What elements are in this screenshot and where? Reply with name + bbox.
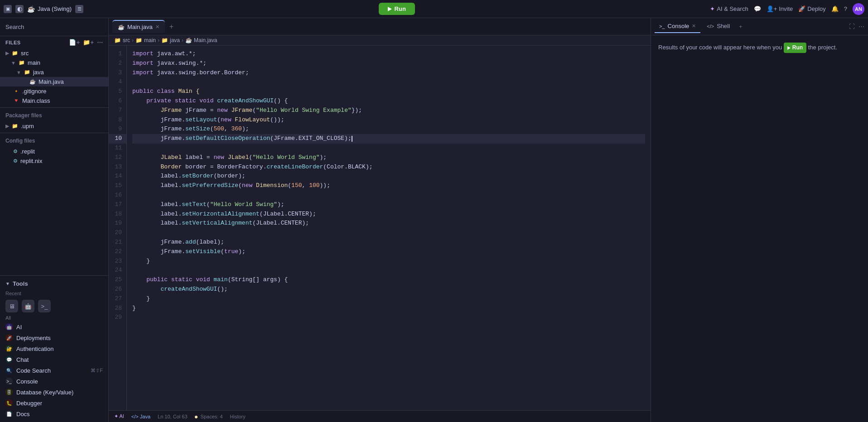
sidebar-files-section: Files 📄+ 📁+ ⋯ ▶ 📁 src ▼ 📁 main ▼ � bbox=[0, 36, 108, 275]
recent-ai-tool[interactable]: 🤖 bbox=[22, 300, 34, 312]
tree-item-java-folder[interactable]: ▼ 📁 java bbox=[0, 67, 108, 77]
line-number-5: 5 bbox=[109, 87, 126, 96]
deploy-button[interactable]: 🚀 Deploy bbox=[798, 5, 825, 12]
position-status: Ln 10, Col 63 bbox=[158, 414, 187, 419]
avatar[interactable]: AN bbox=[853, 3, 864, 15]
tree-item-main-folder[interactable]: ▼ 📁 main bbox=[0, 58, 108, 67]
code-line-9: jFrame.setSize(500, 360); bbox=[132, 125, 645, 134]
chevron-down-icon: ▼ bbox=[5, 281, 10, 286]
folder-icon: 📁 bbox=[24, 69, 30, 75]
recent-shell-tool[interactable]: >_ bbox=[38, 300, 51, 312]
java-file-tab-icon: ☕ bbox=[118, 24, 125, 30]
editor-status-bar: ✦ AI </> Java Ln 10, Col 63 Spaces: 4 Hi… bbox=[109, 410, 651, 422]
tree-item-replit[interactable]: ⚙ .replit bbox=[0, 147, 108, 156]
code-line-15: label.setPreferredSize(new Dimension(150… bbox=[132, 181, 645, 191]
search-label[interactable]: Search bbox=[5, 22, 103, 32]
invite-button[interactable]: 👤+ Invite bbox=[767, 5, 793, 12]
layout-icon[interactable]: ☰ bbox=[75, 5, 83, 13]
run-button[interactable]: Run bbox=[379, 3, 415, 15]
history-status[interactable]: History bbox=[230, 414, 246, 419]
breadcrumb-icon-file: ☕ bbox=[185, 37, 192, 43]
breadcrumb-icon-src: 📁 bbox=[114, 37, 121, 43]
tab-shell[interactable]: </> Shell bbox=[702, 20, 734, 33]
tree-item-main-class[interactable]: 🔻 Main.class bbox=[0, 96, 108, 106]
theme-icon[interactable]: ◐ bbox=[15, 5, 24, 13]
console-tab-icon: >_ bbox=[659, 24, 665, 29]
code-line-29 bbox=[132, 313, 645, 322]
console-output: Results of your code will appear here wh… bbox=[651, 35, 868, 422]
line-number-13: 13 bbox=[109, 163, 126, 172]
tree-item-upm[interactable]: ▶ 📁 .upm bbox=[0, 121, 108, 131]
topbar-right: ✦ AI & Search 💬 👤+ Invite 🚀 Deploy 🔔 ? A… bbox=[710, 3, 864, 15]
java-file-icon: ☕ bbox=[29, 79, 36, 85]
code-content[interactable]: import java.awt.*;import javax.swing.*;i… bbox=[127, 46, 651, 410]
ai-search-button[interactable]: ✦ AI & Search bbox=[710, 5, 748, 12]
run-inline-triangle-icon bbox=[787, 46, 791, 50]
code-search-shortcut: ⌘⇧F bbox=[91, 368, 103, 374]
folder-icon: 📁 bbox=[19, 60, 25, 66]
help-button[interactable]: ? bbox=[844, 5, 847, 12]
expand-icon[interactable]: ⛶ bbox=[849, 23, 855, 30]
tool-deployments[interactable]: 🚀 Deployments bbox=[0, 332, 108, 343]
tree-item-src[interactable]: ▶ 📁 src bbox=[0, 48, 108, 58]
new-folder-icon[interactable]: 📁+ bbox=[83, 39, 94, 46]
code-line-17: label.setText("Hello World Swing"); bbox=[132, 200, 645, 210]
ai-status[interactable]: ✦ AI bbox=[114, 413, 124, 419]
sidebar-divider-1 bbox=[0, 107, 108, 108]
tab-console[interactable]: >_ Console ✕ bbox=[655, 20, 700, 33]
tool-authentication[interactable]: 🔐 Authentication bbox=[0, 343, 108, 354]
sidebar-divider-2 bbox=[0, 133, 108, 133]
new-tab-button[interactable]: + bbox=[167, 23, 176, 31]
tool-ai[interactable]: 🤖 AI bbox=[0, 321, 108, 332]
tab-close-icon[interactable]: ✕ bbox=[155, 24, 159, 30]
tree-item-gitignore[interactable]: 🔸 .gitignore bbox=[0, 86, 108, 96]
line-number-25: 25 bbox=[109, 275, 126, 285]
notifications-button[interactable]: 🔔 bbox=[831, 5, 839, 12]
recent-desktop-tool[interactable]: 🖥 bbox=[5, 300, 18, 312]
breadcrumb-icon-java: 📁 bbox=[161, 37, 168, 43]
code-line-26: createAndShowGUI(); bbox=[132, 285, 645, 294]
tree-item-main-java[interactable]: ☕ Main.java bbox=[0, 77, 108, 86]
topbar: ▣ ◐ ☕ Java (Swing) ☰ Run ✦ AI & Search 💬… bbox=[0, 0, 868, 18]
tool-docs[interactable]: 📄 Docs bbox=[0, 408, 108, 419]
line-number-26: 26 bbox=[109, 285, 126, 294]
line-number-21: 21 bbox=[109, 238, 126, 247]
tool-database[interactable]: 🗄 Database (Key/Value) bbox=[0, 387, 108, 398]
tool-code-search[interactable]: 🔍 Code Search ⌘⇧F bbox=[0, 365, 108, 376]
tab-main-java[interactable]: ☕ Main.java ✕ bbox=[112, 20, 165, 33]
debugger-tool-icon: 🐛 bbox=[5, 399, 13, 407]
line-number-12: 12 bbox=[109, 153, 126, 163]
files-more-icon[interactable]: ⋯ bbox=[97, 39, 103, 46]
all-tools-label: All bbox=[0, 314, 108, 321]
breadcrumb-sep-3: › bbox=[182, 37, 183, 43]
line-number-15: 15 bbox=[109, 181, 126, 191]
line-numbers: 1234567891011121314151617181920212223242… bbox=[109, 46, 127, 410]
tool-chat[interactable]: 💬 Chat bbox=[0, 354, 108, 365]
run-inline-button: Run bbox=[784, 43, 806, 53]
line-number-29: 29 bbox=[109, 313, 126, 322]
chevron-right-icon: ▶ bbox=[5, 50, 9, 56]
tools-header[interactable]: ▼ Tools bbox=[0, 278, 108, 289]
chat-button[interactable]: 💬 bbox=[754, 5, 761, 12]
ai-tool-icon: 🤖 bbox=[5, 323, 13, 331]
lang-status[interactable]: </> Java bbox=[131, 414, 150, 419]
run-triangle-icon bbox=[388, 7, 392, 11]
new-console-tab[interactable]: + bbox=[736, 23, 745, 30]
code-line-7: JFrame jFrame = new JFrame("Hello World … bbox=[132, 106, 645, 115]
config-files-label: Config files bbox=[0, 135, 108, 147]
recent-tools-row: 🖥 🤖 >_ bbox=[0, 298, 108, 314]
line-number-7: 7 bbox=[109, 106, 126, 115]
packager-files-label: Packager files bbox=[0, 110, 108, 121]
tool-debugger[interactable]: 🐛 Debugger bbox=[0, 398, 108, 408]
window-icon[interactable]: ▣ bbox=[4, 5, 12, 13]
breadcrumb-icon-main: 📁 bbox=[135, 37, 142, 43]
topbar-left: ▣ ◐ ☕ Java (Swing) ☰ bbox=[4, 5, 83, 13]
code-line-13: Border border = BorderFactory.createLine… bbox=[132, 163, 645, 172]
console-tab-close[interactable]: ✕ bbox=[692, 23, 696, 29]
new-file-icon[interactable]: 📄+ bbox=[69, 39, 80, 46]
tree-item-replit-nix[interactable]: ⚙ replit.nix bbox=[0, 156, 108, 166]
tool-console[interactable]: >_ Console bbox=[0, 376, 108, 387]
code-search-tool-icon: 🔍 bbox=[5, 367, 13, 374]
more-options-icon[interactable]: ⋯ bbox=[858, 23, 864, 30]
line-number-22: 22 bbox=[109, 247, 126, 257]
